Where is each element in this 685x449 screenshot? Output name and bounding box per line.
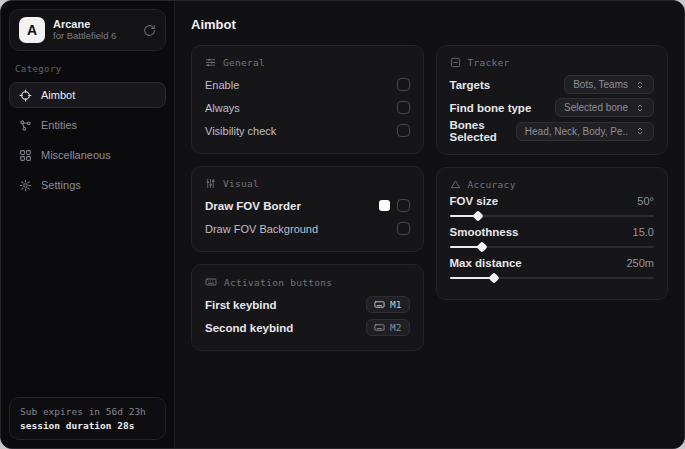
setting-label: Second keybind <box>205 322 293 334</box>
accuracy-card-title: Accuracy <box>468 179 516 190</box>
accuracy-card: Accuracy FOV size 50° Smoothness <box>436 167 669 300</box>
keyboard-icon <box>374 299 385 310</box>
visual-card-header: Visual <box>205 178 410 189</box>
select-value: Bots, Teams <box>573 79 628 90</box>
setting-row-draw-fov-background: Draw FOV Background <box>205 217 410 240</box>
setting-row-enable: Enable <box>205 73 410 96</box>
unfold-icon <box>635 80 645 90</box>
setting-row-always: Always <box>205 96 410 119</box>
brand-name: Arcane <box>53 18 116 31</box>
crosshair-icon <box>19 89 32 102</box>
setting-label: Visibility check <box>205 125 276 137</box>
app-window: A Arcane for Battlefield 6 Category Aimb… <box>0 0 685 449</box>
enable-checkbox[interactable] <box>397 78 410 91</box>
general-card: General Enable Always Visibility check <box>191 45 424 154</box>
slider-value: 15.0 <box>633 226 654 238</box>
second-keybind-button[interactable]: M2 <box>366 319 409 336</box>
max-distance-slider-block: Max distance 250m <box>450 257 655 279</box>
setting-label: First keybind <box>205 299 277 311</box>
setting-label: Draw FOV Border <box>205 200 301 212</box>
find-bone-type-select[interactable]: Selected bone <box>555 98 654 117</box>
setting-row-find-bone-type: Find bone type Selected bone <box>450 96 655 119</box>
setting-label: Targets <box>450 79 491 91</box>
brand-subtitle: for Battlefield 6 <box>53 31 116 42</box>
main-panel: Aimbot General Enable <box>175 1 684 448</box>
slider-fill <box>450 246 483 248</box>
setting-row-second-keybind: Second keybind M2 <box>205 316 410 339</box>
setting-label: Draw FOV Background <box>205 223 318 235</box>
sidebar-item-label: Miscellaneous <box>41 149 111 161</box>
sidebar-item-entities[interactable]: Entities <box>9 112 166 138</box>
slider-value: 50° <box>637 195 654 207</box>
keybind-value: M1 <box>390 299 401 310</box>
refresh-icon[interactable] <box>143 24 156 37</box>
general-card-title: General <box>223 57 265 68</box>
setting-label: Always <box>205 102 240 114</box>
draw-fov-border-checkbox[interactable] <box>397 199 410 212</box>
triangle-icon <box>450 179 461 190</box>
setting-row-targets: Targets Bots, Teams <box>450 73 655 96</box>
visual-card-title: Visual <box>223 178 259 189</box>
fov-size-slider[interactable] <box>450 215 655 217</box>
sidebar-item-aimbot[interactable]: Aimbot <box>9 82 166 108</box>
slider-value: 250m <box>626 257 654 269</box>
first-keybind-button[interactable]: M1 <box>366 296 409 313</box>
tracker-card: Tracker Targets Bots, Teams Find bone ty… <box>436 45 669 155</box>
sliders-vertical-icon <box>205 178 216 189</box>
tracker-card-header: Tracker <box>450 57 655 68</box>
session-duration-text: session duration 28s <box>20 420 155 431</box>
tracker-card-title: Tracker <box>468 57 510 68</box>
select-value: Selected bone <box>564 102 628 113</box>
targets-select[interactable]: Bots, Teams <box>564 75 654 94</box>
slider-label: Smoothness <box>450 226 519 238</box>
smoothness-slider-block: Smoothness 15.0 <box>450 226 655 248</box>
unfold-icon <box>635 103 645 113</box>
brand-logo: A <box>19 17 45 43</box>
gear-icon <box>19 179 32 192</box>
general-card-header: General <box>205 57 410 68</box>
keyboard-icon <box>205 276 217 288</box>
draw-fov-background-checkbox[interactable] <box>397 222 410 235</box>
setting-label: Find bone type <box>450 102 532 114</box>
setting-row-first-keybind: First keybind M1 <box>205 293 410 316</box>
left-column: General Enable Always Visibility check <box>191 45 424 351</box>
subscription-info: Sub expires in 56d 23h session duration … <box>9 397 166 440</box>
bones-selected-select[interactable]: Head, Neck, Body, Pe.. <box>516 122 654 141</box>
activation-card-title: Activation buttons <box>224 277 332 288</box>
smoothness-slider[interactable] <box>450 246 655 248</box>
visibility-check-checkbox[interactable] <box>397 124 410 137</box>
brand-text: Arcane for Battlefield 6 <box>53 18 116 43</box>
slider-fill <box>450 277 495 279</box>
accuracy-card-header: Accuracy <box>450 179 655 190</box>
always-checkbox[interactable] <box>397 101 410 114</box>
sidebar: A Arcane for Battlefield 6 Category Aimb… <box>1 1 175 448</box>
max-distance-slider[interactable] <box>450 277 655 279</box>
slider-fill <box>450 215 479 217</box>
sidebar-item-miscellaneous[interactable]: Miscellaneous <box>9 142 166 168</box>
square-minus-icon <box>450 57 461 68</box>
page-title: Aimbot <box>191 17 668 32</box>
sidebar-item-label: Aimbot <box>41 89 75 101</box>
activation-card-header: Activation buttons <box>205 276 410 288</box>
activation-buttons-card: Activation buttons First keybind M1 Seco… <box>191 264 424 351</box>
select-value: Head, Neck, Body, Pe.. <box>525 126 628 137</box>
grid-icon <box>19 149 32 162</box>
setting-label: Bones Selected <box>450 119 516 143</box>
sliders-icon <box>205 57 216 68</box>
unfold-icon <box>635 126 645 136</box>
fov-border-color-swatch[interactable] <box>379 200 390 211</box>
sidebar-item-settings[interactable]: Settings <box>9 172 166 198</box>
keybind-value: M2 <box>390 322 401 333</box>
setting-row-visibility-check: Visibility check <box>205 119 410 142</box>
setting-row-draw-fov-border: Draw FOV Border <box>205 194 410 217</box>
category-label: Category <box>15 64 160 74</box>
sidebar-item-label: Settings <box>41 179 81 191</box>
brand-header: A Arcane for Battlefield 6 <box>9 9 166 51</box>
slider-label: Max distance <box>450 257 522 269</box>
setting-row-bones-selected: Bones Selected Head, Neck, Body, Pe.. <box>450 119 655 143</box>
sub-expiry-text: Sub expires in 56d 23h <box>20 406 155 417</box>
keyboard-icon <box>374 322 385 333</box>
sidebar-item-label: Entities <box>41 119 77 131</box>
right-column: Tracker Targets Bots, Teams Find bone ty… <box>436 45 669 300</box>
entities-icon <box>19 119 32 132</box>
